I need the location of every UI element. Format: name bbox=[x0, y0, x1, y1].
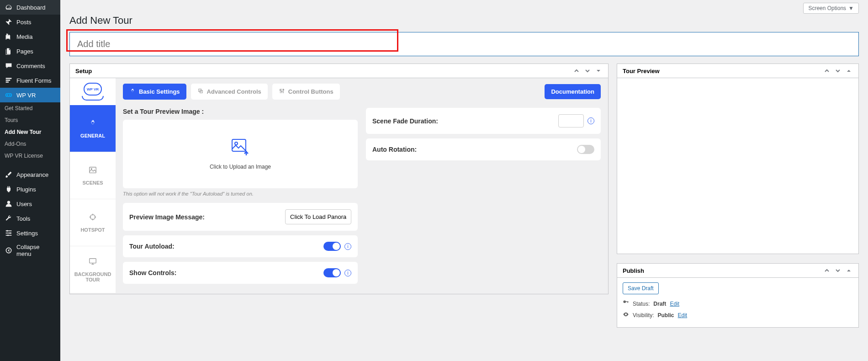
sidebar-sub-addons[interactable]: Add-Ons bbox=[0, 138, 60, 150]
hint-text: This option will not work if the "Tour A… bbox=[123, 191, 358, 196]
sidebar-sub-tours[interactable]: Tours bbox=[0, 114, 60, 126]
vtab-label: SCENES bbox=[82, 180, 103, 186]
panel-toggle-icon[interactable] bbox=[845, 67, 853, 75]
left-column: Setup bbox=[69, 64, 609, 337]
autoload-toggle[interactable] bbox=[323, 242, 341, 251]
eye-icon bbox=[623, 311, 629, 319]
visibility-row: Visibility: Public Edit bbox=[623, 311, 853, 319]
wrench-icon bbox=[5, 214, 13, 223]
panel-title: Tour Preview bbox=[623, 68, 660, 74]
gear-icon bbox=[89, 119, 97, 129]
sidebar-label: Users bbox=[16, 201, 32, 207]
publish-body: Save Draft Status: Draft Edit Visibil bbox=[617, 278, 858, 327]
sidebar-item-media[interactable]: Media bbox=[0, 29, 60, 44]
sidebar-label: Tools bbox=[16, 215, 30, 222]
sidebar-label: Collapse menu bbox=[16, 244, 56, 257]
collapse-icon bbox=[5, 246, 13, 255]
wpvr-icon bbox=[5, 91, 13, 99]
content-grid: Setup bbox=[69, 64, 859, 337]
setup-panel: Setup bbox=[69, 64, 609, 294]
panel-toggle-icon[interactable] bbox=[845, 266, 853, 275]
vtab-scenes[interactable]: SCENES bbox=[70, 152, 116, 199]
visibility-label: Visibility: bbox=[633, 312, 654, 319]
panel-down-icon[interactable] bbox=[583, 67, 592, 75]
sidebar-item-users[interactable]: Users bbox=[0, 196, 60, 211]
info-icon[interactable]: i bbox=[344, 243, 351, 250]
visibility-edit-link[interactable]: Edit bbox=[677, 312, 687, 319]
sidebar-item-comments[interactable]: Comments bbox=[0, 58, 60, 73]
svg-rect-1 bbox=[6, 80, 11, 80]
sidebar-item-posts[interactable]: Posts bbox=[0, 15, 60, 29]
status-edit-link[interactable]: Edit bbox=[670, 301, 679, 307]
basic-settings-button[interactable]: Basic Settings bbox=[123, 84, 186, 100]
advanced-controls-button[interactable]: Advanced Controls bbox=[191, 84, 268, 100]
visibility-value: Public bbox=[657, 312, 674, 319]
wpvr-logo-tab: WP VR bbox=[70, 78, 116, 105]
sidebar-item-tools[interactable]: Tools bbox=[0, 211, 60, 226]
panel-up-icon[interactable] bbox=[823, 266, 831, 275]
sidebar-item-collapse[interactable]: Collapse menu bbox=[0, 240, 60, 260]
panel-toggle-icon[interactable] bbox=[594, 67, 603, 75]
status-row: Status: Draft Edit bbox=[623, 300, 853, 308]
svg-point-21 bbox=[281, 91, 282, 92]
auto-rotation-toggle[interactable] bbox=[577, 145, 594, 154]
settings-left: Set a Tour Preview Image : Click to Uplo… bbox=[123, 108, 358, 288]
title-input[interactable] bbox=[69, 32, 859, 56]
upload-card[interactable]: Click to Upload an Image bbox=[123, 120, 358, 188]
panel-up-icon[interactable] bbox=[572, 67, 581, 75]
fade-duration-label: Scene Fade Duration: bbox=[372, 117, 438, 125]
tour-preview-panel: Tour Preview bbox=[617, 64, 859, 254]
button-label: Documentation bbox=[551, 88, 594, 95]
upload-text: Click to Upload an Image bbox=[129, 164, 351, 170]
show-controls-label: Show Controls: bbox=[129, 269, 176, 276]
publish-header: Publish bbox=[617, 264, 858, 278]
button-label: Control Buttons bbox=[288, 88, 333, 95]
vtab-background-tour[interactable]: BACKGROUND TOUR bbox=[70, 246, 116, 293]
info-icon[interactable]: i bbox=[344, 270, 351, 276]
sidebar-label: WP VR bbox=[16, 92, 36, 99]
vtab-general[interactable]: GENERAL bbox=[70, 105, 116, 152]
sidebar-item-plugins[interactable]: Plugins bbox=[0, 182, 60, 196]
sidebar-item-settings[interactable]: Settings bbox=[0, 226, 60, 240]
page-title: Add New Tour bbox=[69, 15, 859, 27]
svg-point-15 bbox=[91, 168, 92, 169]
sidebar-item-appearance[interactable]: Appearance bbox=[0, 167, 60, 182]
button-label: Basic Settings bbox=[139, 88, 180, 95]
svg-point-25 bbox=[623, 300, 626, 303]
sidebar-label: Posts bbox=[16, 19, 32, 26]
sidebar-item-dashboard[interactable]: Dashboard bbox=[0, 0, 60, 15]
control-buttons-button[interactable]: Control Buttons bbox=[272, 84, 340, 100]
layers-icon bbox=[197, 88, 204, 96]
panel-down-icon[interactable] bbox=[834, 266, 842, 275]
pages-icon bbox=[5, 47, 13, 55]
panel-title: Publish bbox=[623, 267, 644, 274]
title-wrapper bbox=[69, 32, 859, 56]
right-column: Tour Preview Publish bbox=[617, 64, 859, 337]
sidebar-item-fluent-forms[interactable]: Fluent Forms bbox=[0, 73, 60, 88]
vertical-tabs: WP VR GENERAL bbox=[70, 78, 116, 294]
info-icon[interactable]: i bbox=[587, 117, 594, 124]
vtab-hotspot[interactable]: HOTSPOT bbox=[70, 199, 116, 246]
preview-message-input[interactable] bbox=[285, 209, 351, 224]
show-controls-card: Show Controls: i bbox=[123, 262, 358, 284]
toolbar: Basic Settings Advanced Controls bbox=[123, 84, 601, 100]
save-draft-button[interactable]: Save Draft bbox=[623, 282, 659, 294]
screen-options-button[interactable]: Screen Options ▼ bbox=[803, 3, 859, 14]
svg-rect-14 bbox=[90, 167, 96, 173]
show-controls-toggle[interactable] bbox=[323, 268, 341, 277]
panel-down-icon[interactable] bbox=[834, 67, 842, 75]
admin-sidebar: Dashboard Posts Media Pages Comments Flu… bbox=[0, 0, 60, 361]
sidebar-item-wpvr[interactable]: WP VR bbox=[0, 88, 60, 102]
panel-up-icon[interactable] bbox=[823, 67, 831, 75]
panel-title: Setup bbox=[75, 68, 92, 74]
fade-duration-card: Scene Fade Duration: i bbox=[366, 108, 601, 134]
sidebar-label: Media bbox=[16, 33, 32, 40]
auto-rotation-label: Auto Rotation: bbox=[372, 146, 417, 153]
sidebar-label: Settings bbox=[16, 230, 38, 237]
fade-duration-input[interactable] bbox=[558, 114, 584, 127]
documentation-button[interactable]: Documentation bbox=[545, 84, 601, 99]
sidebar-sub-add-new-tour[interactable]: Add New Tour bbox=[0, 126, 60, 138]
sidebar-item-pages[interactable]: Pages bbox=[0, 44, 60, 58]
sidebar-sub-license[interactable]: WP VR License bbox=[0, 150, 60, 162]
sidebar-sub-get-started[interactable]: Get Started bbox=[0, 102, 60, 114]
